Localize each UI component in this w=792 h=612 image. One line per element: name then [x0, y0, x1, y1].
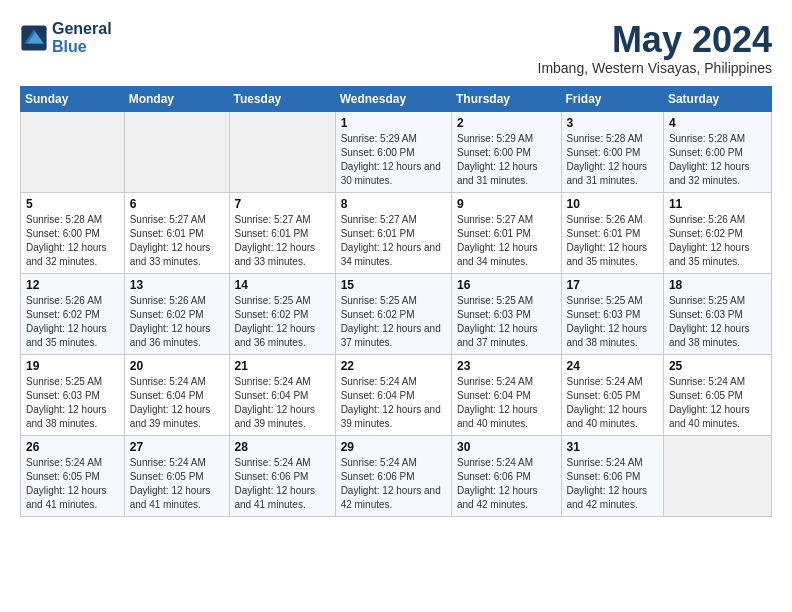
day-number: 12: [26, 278, 119, 292]
day-info: Sunrise: 5:24 AMSunset: 6:05 PMDaylight:…: [130, 456, 224, 512]
calendar-cell: 24 Sunrise: 5:24 AMSunset: 6:05 PMDaylig…: [561, 354, 663, 435]
day-number: 18: [669, 278, 766, 292]
calendar-cell: 8 Sunrise: 5:27 AMSunset: 6:01 PMDayligh…: [335, 192, 451, 273]
calendar-cell: 22 Sunrise: 5:24 AMSunset: 6:04 PMDaylig…: [335, 354, 451, 435]
day-number: 22: [341, 359, 446, 373]
calendar-cell: 29 Sunrise: 5:24 AMSunset: 6:06 PMDaylig…: [335, 435, 451, 516]
calendar-cell: [124, 111, 229, 192]
day-info: Sunrise: 5:25 AMSunset: 6:03 PMDaylight:…: [669, 294, 766, 350]
day-info: Sunrise: 5:26 AMSunset: 6:01 PMDaylight:…: [567, 213, 658, 269]
day-number: 11: [669, 197, 766, 211]
page-header: General Blue May 2024 Imbang, Western Vi…: [20, 20, 772, 76]
calendar-cell: 6 Sunrise: 5:27 AMSunset: 6:01 PMDayligh…: [124, 192, 229, 273]
day-number: 27: [130, 440, 224, 454]
calendar-table: SundayMondayTuesdayWednesdayThursdayFrid…: [20, 86, 772, 517]
day-info: Sunrise: 5:25 AMSunset: 6:03 PMDaylight:…: [26, 375, 119, 431]
calendar-cell: [21, 111, 125, 192]
calendar-cell: 13 Sunrise: 5:26 AMSunset: 6:02 PMDaylig…: [124, 273, 229, 354]
day-info: Sunrise: 5:24 AMSunset: 6:04 PMDaylight:…: [130, 375, 224, 431]
day-info: Sunrise: 5:27 AMSunset: 6:01 PMDaylight:…: [235, 213, 330, 269]
calendar-cell: 28 Sunrise: 5:24 AMSunset: 6:06 PMDaylig…: [229, 435, 335, 516]
day-info: Sunrise: 5:27 AMSunset: 6:01 PMDaylight:…: [341, 213, 446, 269]
calendar-cell: 17 Sunrise: 5:25 AMSunset: 6:03 PMDaylig…: [561, 273, 663, 354]
logo: General Blue: [20, 20, 112, 56]
calendar-week-row: 26 Sunrise: 5:24 AMSunset: 6:05 PMDaylig…: [21, 435, 772, 516]
logo-icon: [20, 24, 48, 52]
day-number: 6: [130, 197, 224, 211]
day-info: Sunrise: 5:24 AMSunset: 6:05 PMDaylight:…: [669, 375, 766, 431]
calendar-cell: 23 Sunrise: 5:24 AMSunset: 6:04 PMDaylig…: [451, 354, 561, 435]
weekday-header: Wednesday: [335, 86, 451, 111]
calendar-cell: 21 Sunrise: 5:24 AMSunset: 6:04 PMDaylig…: [229, 354, 335, 435]
weekday-header: Tuesday: [229, 86, 335, 111]
day-number: 17: [567, 278, 658, 292]
calendar-cell: [229, 111, 335, 192]
calendar-cell: 2 Sunrise: 5:29 AMSunset: 6:00 PMDayligh…: [451, 111, 561, 192]
calendar-cell: 11 Sunrise: 5:26 AMSunset: 6:02 PMDaylig…: [663, 192, 771, 273]
day-number: 15: [341, 278, 446, 292]
title-block: May 2024 Imbang, Western Visayas, Philip…: [538, 20, 773, 76]
day-info: Sunrise: 5:25 AMSunset: 6:03 PMDaylight:…: [457, 294, 556, 350]
calendar-cell: 16 Sunrise: 5:25 AMSunset: 6:03 PMDaylig…: [451, 273, 561, 354]
calendar-cell: 27 Sunrise: 5:24 AMSunset: 6:05 PMDaylig…: [124, 435, 229, 516]
day-number: 28: [235, 440, 330, 454]
day-info: Sunrise: 5:29 AMSunset: 6:00 PMDaylight:…: [341, 132, 446, 188]
day-number: 13: [130, 278, 224, 292]
weekday-header: Friday: [561, 86, 663, 111]
day-number: 19: [26, 359, 119, 373]
location: Imbang, Western Visayas, Philippines: [538, 60, 773, 76]
day-info: Sunrise: 5:27 AMSunset: 6:01 PMDaylight:…: [457, 213, 556, 269]
day-info: Sunrise: 5:24 AMSunset: 6:06 PMDaylight:…: [235, 456, 330, 512]
day-info: Sunrise: 5:28 AMSunset: 6:00 PMDaylight:…: [26, 213, 119, 269]
calendar-cell: 10 Sunrise: 5:26 AMSunset: 6:01 PMDaylig…: [561, 192, 663, 273]
day-info: Sunrise: 5:27 AMSunset: 6:01 PMDaylight:…: [130, 213, 224, 269]
day-number: 23: [457, 359, 556, 373]
weekday-header-row: SundayMondayTuesdayWednesdayThursdayFrid…: [21, 86, 772, 111]
day-info: Sunrise: 5:24 AMSunset: 6:04 PMDaylight:…: [235, 375, 330, 431]
day-number: 30: [457, 440, 556, 454]
calendar-week-row: 12 Sunrise: 5:26 AMSunset: 6:02 PMDaylig…: [21, 273, 772, 354]
calendar-week-row: 5 Sunrise: 5:28 AMSunset: 6:00 PMDayligh…: [21, 192, 772, 273]
weekday-header: Thursday: [451, 86, 561, 111]
day-number: 14: [235, 278, 330, 292]
calendar-cell: 19 Sunrise: 5:25 AMSunset: 6:03 PMDaylig…: [21, 354, 125, 435]
day-number: 4: [669, 116, 766, 130]
day-number: 29: [341, 440, 446, 454]
calendar-cell: 26 Sunrise: 5:24 AMSunset: 6:05 PMDaylig…: [21, 435, 125, 516]
day-number: 16: [457, 278, 556, 292]
day-info: Sunrise: 5:24 AMSunset: 6:05 PMDaylight:…: [567, 375, 658, 431]
logo-text: General Blue: [52, 20, 112, 56]
day-info: Sunrise: 5:28 AMSunset: 6:00 PMDaylight:…: [669, 132, 766, 188]
calendar-cell: 30 Sunrise: 5:24 AMSunset: 6:06 PMDaylig…: [451, 435, 561, 516]
day-number: 31: [567, 440, 658, 454]
calendar-cell: 9 Sunrise: 5:27 AMSunset: 6:01 PMDayligh…: [451, 192, 561, 273]
day-number: 8: [341, 197, 446, 211]
day-number: 3: [567, 116, 658, 130]
day-info: Sunrise: 5:25 AMSunset: 6:03 PMDaylight:…: [567, 294, 658, 350]
day-info: Sunrise: 5:25 AMSunset: 6:02 PMDaylight:…: [341, 294, 446, 350]
weekday-header: Sunday: [21, 86, 125, 111]
calendar-cell: 25 Sunrise: 5:24 AMSunset: 6:05 PMDaylig…: [663, 354, 771, 435]
day-info: Sunrise: 5:26 AMSunset: 6:02 PMDaylight:…: [130, 294, 224, 350]
day-info: Sunrise: 5:24 AMSunset: 6:05 PMDaylight:…: [26, 456, 119, 512]
day-number: 25: [669, 359, 766, 373]
day-number: 7: [235, 197, 330, 211]
calendar-cell: 15 Sunrise: 5:25 AMSunset: 6:02 PMDaylig…: [335, 273, 451, 354]
day-number: 5: [26, 197, 119, 211]
day-info: Sunrise: 5:24 AMSunset: 6:04 PMDaylight:…: [341, 375, 446, 431]
day-info: Sunrise: 5:24 AMSunset: 6:06 PMDaylight:…: [341, 456, 446, 512]
calendar-week-row: 19 Sunrise: 5:25 AMSunset: 6:03 PMDaylig…: [21, 354, 772, 435]
day-info: Sunrise: 5:24 AMSunset: 6:06 PMDaylight:…: [457, 456, 556, 512]
day-number: 2: [457, 116, 556, 130]
calendar-cell: 20 Sunrise: 5:24 AMSunset: 6:04 PMDaylig…: [124, 354, 229, 435]
day-number: 24: [567, 359, 658, 373]
day-number: 21: [235, 359, 330, 373]
calendar-cell: 3 Sunrise: 5:28 AMSunset: 6:00 PMDayligh…: [561, 111, 663, 192]
day-number: 9: [457, 197, 556, 211]
day-info: Sunrise: 5:24 AMSunset: 6:06 PMDaylight:…: [567, 456, 658, 512]
calendar-cell: 7 Sunrise: 5:27 AMSunset: 6:01 PMDayligh…: [229, 192, 335, 273]
day-info: Sunrise: 5:25 AMSunset: 6:02 PMDaylight:…: [235, 294, 330, 350]
day-number: 10: [567, 197, 658, 211]
day-info: Sunrise: 5:24 AMSunset: 6:04 PMDaylight:…: [457, 375, 556, 431]
calendar-cell: [663, 435, 771, 516]
